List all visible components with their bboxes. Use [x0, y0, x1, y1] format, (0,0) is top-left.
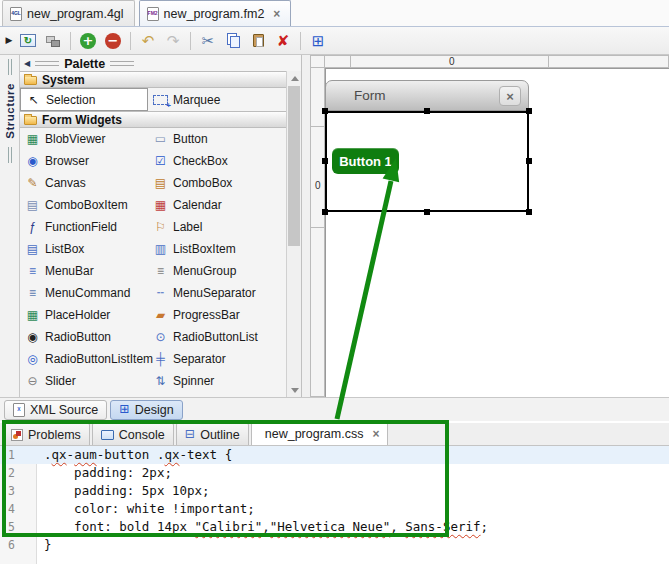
calendar-icon: ▦ [153, 199, 168, 211]
palette-item-label: ComboBox [173, 176, 232, 190]
selection-handle[interactable] [526, 108, 532, 114]
palette-item-marquee[interactable]: Marquee [148, 88, 286, 111]
form-window[interactable]: Form × Button 1 [325, 80, 529, 212]
selection-handle[interactable] [526, 158, 532, 164]
palette-item-progressbar[interactable]: ▰ProgressBar [148, 304, 286, 326]
toolbar-overflow-button[interactable]: ▶ [4, 30, 14, 52]
redo-button[interactable]: ↷ [162, 30, 184, 52]
decorative-line [110, 61, 134, 66]
close-icon[interactable]: × [273, 7, 280, 21]
tab-xml-source[interactable]: XXML Source [4, 400, 107, 420]
palette-category-form-widgets[interactable]: Form Widgets [20, 111, 286, 128]
palette-item-label: ComboBoxItem [45, 198, 128, 212]
selection-handle[interactable] [526, 209, 532, 215]
palette-item-selection[interactable]: ↖Selection [20, 88, 148, 111]
palette-item-label: Slider [45, 374, 76, 388]
palette-item-functionfield[interactable]: ƒFunctionField [20, 216, 148, 238]
delete-button[interactable]: ✘ [272, 30, 294, 52]
palette-item-slider[interactable]: ⊖Slider [20, 370, 148, 392]
design-grid-icon: ⊞ [119, 403, 129, 416]
cut-button[interactable]: ✂ [197, 30, 219, 52]
add-circle-icon: + [80, 33, 96, 49]
palette-item-radiobuttonlist[interactable]: ⊙RadioButtonList [148, 326, 286, 348]
palette-item-placeholder[interactable]: ▦PlaceHolder [20, 304, 148, 326]
tab-label: XML Source [30, 403, 98, 417]
palette-item-listbox[interactable]: ▤ListBox [20, 238, 148, 260]
palette-item-menubar[interactable]: ≡MenuBar [20, 260, 148, 282]
layout-swap-button[interactable] [42, 30, 64, 52]
palette-item-radiobuttonlistitem[interactable]: ◎RadioButtonListItem [20, 348, 148, 370]
add-item-button[interactable]: + [77, 30, 99, 52]
tab-new-program-css[interactable]: new_program.css× [251, 422, 389, 445]
remove-item-button[interactable]: − [102, 30, 124, 52]
palette-item-checkbox[interactable]: ☑CheckBox [148, 150, 286, 172]
palette-collapse-icon[interactable]: ◀ [24, 59, 30, 68]
preview-refresh-button[interactable]: ↻ [17, 30, 39, 52]
palette-item-button[interactable]: ▭Button [148, 128, 286, 150]
tab-new-program-4gl[interactable]: 4GLnew_program.4gl [2, 0, 135, 26]
palette-title: Palette [64, 57, 105, 71]
close-icon[interactable]: × [372, 427, 379, 441]
palette-item-calendar[interactable]: ▦Calendar [148, 194, 286, 216]
code-line[interactable]: 1.qx-aum-button .qx-text { [0, 446, 669, 464]
form-grid-button[interactable]: ⊞ [307, 30, 329, 52]
paste-button[interactable] [247, 30, 269, 52]
palette-item-blobviewer[interactable]: ▦BlobViewer [20, 128, 148, 150]
palette-item-combobox[interactable]: ▤ComboBox [148, 172, 286, 194]
ruler-tick [548, 56, 549, 67]
palette-grid: ↖SelectionMarquee [20, 88, 286, 111]
tab-design[interactable]: ⊞Design [110, 400, 182, 420]
undo-button[interactable]: ↶ [137, 30, 159, 52]
palette-item-menucommand[interactable]: ≡MenuCommand [20, 282, 148, 304]
palette-item-comboboxitem[interactable]: ▤ComboBoxItem [20, 194, 148, 216]
designed-button[interactable]: Button 1 [332, 148, 399, 174]
folder-icon [24, 116, 37, 125]
line-number: 5 [0, 518, 36, 536]
copy-button[interactable] [222, 30, 244, 52]
ruler-v-zero: 0 [315, 180, 321, 191]
palette-item-canvas[interactable]: ✎Canvas [20, 172, 148, 194]
code-line[interactable]: 6} [0, 536, 669, 554]
scroll-down-button[interactable] [288, 383, 301, 397]
selection-handle[interactable] [322, 158, 328, 164]
css-code-editor[interactable]: 1.qx-aum-button .qx-text {2 padding: 2px… [0, 446, 669, 564]
code-line[interactable]: 4 color: white !important; [0, 500, 669, 518]
code-line[interactable]: 2 padding: 2px; [0, 464, 669, 482]
tab-console[interactable]: Console [92, 423, 174, 445]
form-titlebar[interactable]: Form × [325, 80, 529, 111]
palette-item-menugroup[interactable]: ≡MenuGroup [148, 260, 286, 282]
form-content-area[interactable]: Button 1 [325, 111, 529, 212]
palette-item-label: Button [173, 132, 208, 146]
tab-problems[interactable]: Problems [2, 423, 90, 445]
palette-scrollbar[interactable] [286, 71, 301, 397]
code-text: padding: 2px; [36, 464, 172, 482]
tab-outline[interactable]: ⊟Outline [176, 423, 249, 445]
selection-handle[interactable] [322, 209, 328, 215]
structure-view-strip[interactable]: Structure [0, 55, 20, 397]
comboboxitem-icon: ▤ [25, 199, 40, 211]
code-text: .qx-aum-button .qx-text { [36, 446, 232, 464]
checkbox-icon: ☑ [153, 155, 168, 167]
palette-item-separator[interactable]: ╪Separator [148, 348, 286, 370]
palette-item-radiobutton[interactable]: ◉RadioButton [20, 326, 148, 348]
tab-new-program-fm2[interactable]: FM2new_program.fm2× [139, 0, 292, 26]
code-line[interactable]: 5 font: bold 14px "Calibri","Helvetica N… [0, 518, 669, 536]
horizontal-ruler: 0 [325, 55, 669, 68]
palette-item-listboxitem[interactable]: ▥ListBoxItem [148, 238, 286, 260]
palette-item-browser[interactable]: ◉Browser [20, 150, 148, 172]
scrollbar-thumb[interactable] [288, 86, 300, 246]
selection-handle[interactable] [322, 108, 328, 114]
clipboard-icon [253, 34, 264, 47]
scroll-up-button[interactable] [288, 71, 301, 85]
selection-handle[interactable] [424, 209, 430, 215]
palette-item-spinner[interactable]: ⇅Spinner [148, 370, 286, 392]
form-close-button[interactable]: × [499, 86, 521, 106]
slider-icon: ⊖ [25, 375, 40, 387]
bottom-panel: ProblemsConsole⊟Outlinenew_program.css× … [0, 421, 669, 564]
palette-category-system[interactable]: System [20, 71, 286, 88]
palette-item-label[interactable]: ⚐Label [148, 216, 286, 238]
menugroup-icon: ≡ [153, 265, 168, 277]
selection-handle[interactable] [424, 108, 430, 114]
code-line[interactable]: 3 padding: 5px 10px; [0, 482, 669, 500]
palette-item-menuseparator[interactable]: ╌MenuSeparator [148, 282, 286, 304]
